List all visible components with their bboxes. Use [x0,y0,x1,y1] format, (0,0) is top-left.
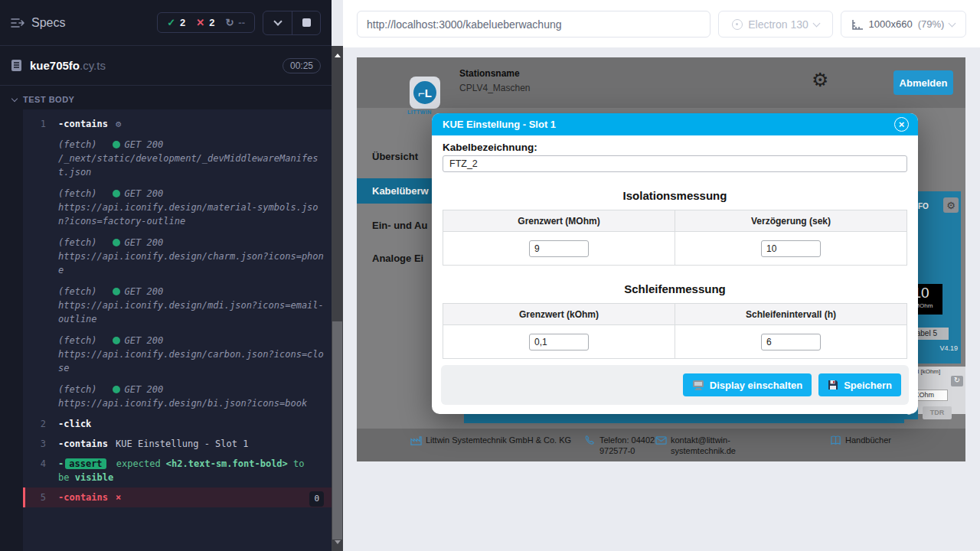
nav-item-analoge-eingaenge[interactable]: Analoge Ei [372,253,423,264]
slot-gear-icon[interactable]: ⚙ [943,197,959,213]
fetch-status: GET 200 [125,334,164,347]
station-name-value: CPLV4_Maschen [459,83,531,93]
loop-limit-input[interactable] [529,334,589,350]
chevron-down-icon [11,95,18,101]
pending-count: -- [238,17,245,28]
line-number: 3 [29,437,46,451]
nav-item-ein-und-ausgaenge[interactable]: Ein- und Au [372,220,427,231]
fetch-status: GET 200 [125,236,164,249]
viewport-select[interactable]: 1000x660 (79%) [841,11,966,37]
iso-limit-input[interactable] [529,240,589,257]
assert-selector: <h2.text-sm.font-bold> [166,458,288,469]
refresh-icon[interactable]: ↻ [951,376,963,386]
fetch-log-row[interactable]: (fetch) GET 200 https://api.iconify.desi… [23,379,332,414]
assert-row[interactable]: 4 -assert expected <h2.text-sm.font-bold… [23,454,332,487]
viewport-zoom: (79%) [918,18,945,30]
nav-item-uebersicht[interactable]: Übersicht [372,151,418,162]
reporter-scrollbar[interactable] [332,46,343,551]
fetch-status: GET 200 [125,383,164,396]
tdr-button[interactable]: TDR [923,406,952,419]
fetch-label: (fetch) [58,138,97,152]
fetch-url: https://api.iconify.design/mdi.json?icon… [58,298,324,326]
refresh-icon: ↻ [225,17,234,28]
brand-word: LITTWIN [407,109,432,115]
close-icon[interactable]: × [894,117,909,132]
kue-settings-modal: KUE Einstellung - Slot 1 × Kabelbezeichn… [432,113,918,414]
failed-count: 2 [209,17,214,28]
fetch-status: GET 200 [125,285,164,298]
fetch-label: (fetch) [58,236,97,249]
iso-delay-input[interactable] [761,240,821,257]
specs-toggle[interactable]: Specs [11,16,65,30]
iso-col-delay: Verzögerung (sek) [675,210,907,232]
fetch-log-row[interactable]: (fetch) GET 200 https://api.iconify.desi… [23,281,332,330]
settings-gear-icon[interactable]: ⚙ [812,70,828,90]
spec-name: kue705fo [30,59,80,72]
url-input[interactable] [357,11,710,37]
browser-name: Electron 130 [748,18,808,31]
status-dot-icon [113,386,120,393]
stop-button[interactable] [292,11,320,34]
fetch-log-row[interactable]: (fetch) GET 200 https://api.iconify.desi… [23,330,332,379]
triangle-down-icon [335,540,341,544]
save-button[interactable]: Speichern [818,373,901,396]
status-dot-icon [113,288,120,295]
cypress-reporter-panel: Specs ✓ 2 ✕ 2 ↻ -- [0,0,332,551]
line-number: 5 [29,491,46,504]
failed-command-row[interactable]: 5 -contains × 0 [23,487,332,507]
footer-manuals[interactable]: Handbücher [830,435,891,446]
loop-interval-input[interactable] [761,334,821,350]
command-row[interactable]: 3 -contains KUE Einstellung - Slot 1 [23,434,332,454]
app-viewport: ⌐L LITTWIN Stationsname CPLV4_Maschen ⚙ … [357,57,965,461]
spec-extension: .cy.ts [80,59,106,72]
assert-badge: assert [65,458,106,469]
browser-select[interactable]: Electron 130 [718,11,833,37]
littwin-logo-icon: ⌐L [413,81,436,104]
app-logo: ⌐L [410,77,440,109]
command-name: -contains [58,491,108,504]
spec-duration: 00:25 [283,58,321,73]
scroll-up-arrow[interactable] [332,49,343,61]
cable-name-label: Kabelbezeichnung: [443,142,907,153]
aut-pane: Electron 130 1000x660 (79%) ⌐L LITTWIN S… [343,0,980,551]
iso-col-limit: Grenzwert (MOhm) [443,210,675,232]
test-body-header[interactable]: TEST BODY [0,86,332,110]
triangle-up-icon [335,54,341,57]
fetch-url: https://api.iconify.design/carbon.json?i… [58,347,324,375]
fetch-label: (fetch) [58,187,97,201]
cable-name-input[interactable] [443,155,907,172]
nav-item-kabelueberwachung[interactable]: Kabelüberw [372,185,429,197]
scrollbar-thumb[interactable] [332,321,342,540]
chevron-down-icon [812,19,820,27]
command-name: -click [58,417,91,431]
match-count-badge: 0 [309,491,324,507]
floppy-disk-icon [828,380,838,390]
spec-file-icon [11,59,22,72]
fetch-log-row[interactable]: (fetch) GET 200 https://api.iconify.desi… [23,232,332,281]
command-row[interactable]: 1 -contains ⚙ [23,114,332,134]
stat-failed: ✕ 2 [196,17,214,28]
runner-controls [263,11,321,35]
app-header [357,57,965,108]
fetch-log-row[interactable]: (fetch) GET 200 /_next/static/developmen… [23,134,332,183]
fetch-log-row[interactable]: (fetch) GET 200 https://api.iconify.desi… [23,183,332,232]
command-name: -contains [58,437,108,451]
company-text: Littwin Systemtechnik GmbH & Co. KG [426,435,571,446]
modal-title: KUE Einstellung - Slot 1 [443,119,556,130]
command-name: -contains [58,117,108,131]
isolation-section-title: Isolationsmessung [443,189,907,202]
logout-button[interactable]: Abmelden [893,70,953,95]
assert-expected: expected [116,458,161,469]
spec-row[interactable]: kue705fo.cy.ts 00:25 [0,46,332,86]
footer-email: kontakt@littwin-systemtechnik.de [655,435,747,456]
scroll-down-arrow[interactable] [332,536,343,548]
passed-count: 2 [180,17,185,28]
electron-icon [732,19,743,30]
display-on-button[interactable]: Display einschalten [683,373,812,396]
command-row[interactable]: 2 -click [23,414,332,434]
browser-bar: Electron 130 1000x660 (79%) [343,0,980,47]
fail-x-icon: × [116,491,121,504]
reporter-header: Specs ✓ 2 ✕ 2 ↻ -- [0,0,332,46]
collapse-button[interactable] [263,11,292,34]
phone-icon [584,435,596,446]
